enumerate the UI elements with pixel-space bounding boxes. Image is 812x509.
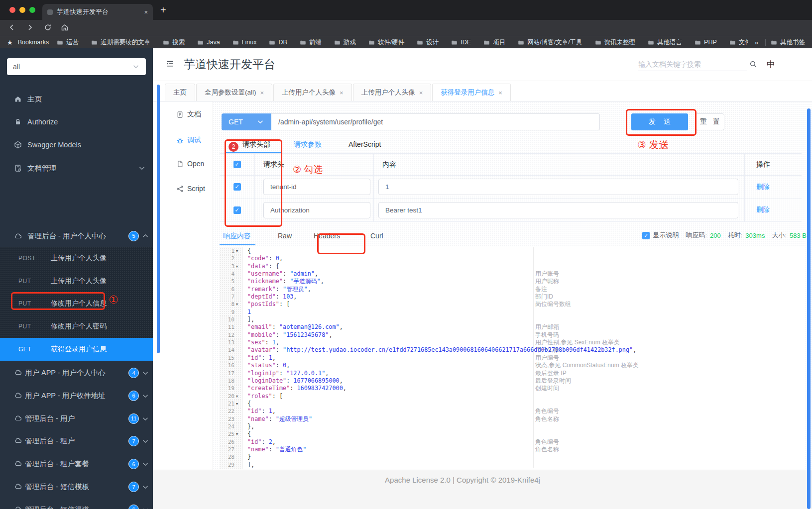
- doc-tab[interactable]: 主页: [165, 84, 195, 101]
- sidebar-scrollbar[interactable]: [157, 85, 160, 353]
- sidebar-item-swagger-models[interactable]: Swagger Models: [0, 135, 153, 155]
- bookmark-folder[interactable]: 其他语言: [648, 38, 682, 47]
- response-json-editor[interactable]: 1▾{2 "code": 0,3▾ "data": {4用户账号 "userna…: [220, 247, 805, 471]
- sidebar-endpoint[interactable]: POST上传用户个人头像: [0, 247, 153, 270]
- delete-link[interactable]: 删除: [756, 183, 770, 192]
- bookmarks-overflow-chevron[interactable]: »: [753, 39, 760, 46]
- sidebar-item-doc-management[interactable]: 文档管理: [0, 158, 153, 178]
- tab-close-icon[interactable]: ×: [141, 8, 148, 16]
- request-tab-afterscript[interactable]: AfterScript: [348, 140, 381, 148]
- browser-toolbar: 127.0.0.1:48080/doc.html#/all/管理后台%20-%2…: [0, 20, 812, 36]
- folder-icon: [518, 39, 524, 46]
- bookmark-folder[interactable]: 项目: [483, 38, 505, 47]
- header-value-field: [378, 202, 738, 218]
- folder-icon: [771, 39, 777, 46]
- bookmark-folder[interactable]: 前端: [300, 38, 322, 47]
- forward-icon[interactable]: [26, 23, 34, 31]
- sidebar-group[interactable]: 用户 APP - 用户收件地址6: [0, 386, 153, 406]
- close-icon[interactable]: ×: [498, 89, 502, 97]
- fold-arrow-icon[interactable]: ▾: [236, 430, 238, 438]
- doc-tab[interactable]: 获得登录用户信息×: [432, 84, 511, 101]
- language-toggle[interactable]: 中: [767, 59, 775, 70]
- cloud-icon: [14, 391, 22, 399]
- sidebar-endpoint[interactable]: PUT修改用户个人密码: [0, 315, 153, 338]
- line-number: 17: [220, 370, 234, 377]
- bookmark-folder[interactable]: 软件/硬件: [368, 38, 404, 47]
- lock-icon: [14, 118, 22, 126]
- reset-button[interactable]: 重 置: [696, 113, 724, 130]
- window-close-button[interactable]: [9, 7, 15, 13]
- field-description: 部门ID: [535, 293, 553, 301]
- line-number: 16: [220, 362, 234, 369]
- sidebar-group-active[interactable]: 管理后台 - 用户个人中心 5: [0, 226, 153, 246]
- debug-nav-label: Script: [187, 185, 205, 193]
- doc-tab[interactable]: 上传用户个人头像×: [353, 84, 432, 101]
- doc-tab[interactable]: 上传用户个人头像×: [273, 84, 352, 101]
- bookmark-folder[interactable]: 网站/博客/文章/工具: [518, 38, 582, 47]
- bookmark-folder[interactable]: 设计: [417, 38, 439, 47]
- bookmark-folder[interactable]: 搜索: [163, 38, 185, 47]
- close-icon[interactable]: ×: [260, 89, 264, 97]
- sidebar-endpoint[interactable]: PUT上传用户个人头像: [0, 270, 153, 293]
- collapse-sidebar-icon[interactable]: [166, 60, 174, 68]
- response-tab-raw[interactable]: Raw: [278, 232, 292, 240]
- bookmark-folder[interactable]: 文件服务器: [729, 38, 748, 47]
- bookmark-folder[interactable]: DB: [269, 39, 287, 46]
- code-text: "remark": "管理员",: [247, 286, 311, 293]
- bookmark-folder[interactable]: 游戏: [334, 38, 356, 47]
- fold-arrow-icon[interactable]: ▾: [236, 247, 238, 255]
- bookmark-folder[interactable]: Java: [197, 39, 220, 46]
- bookmark-folder[interactable]: 资讯未整理: [595, 38, 636, 47]
- debug-nav-调试[interactable]: 调试: [153, 136, 213, 145]
- sidebar-item-authorize[interactable]: Authorize: [0, 112, 153, 132]
- sidebar-group[interactable]: 管理后台 - 短信渠道6: [0, 500, 153, 509]
- sidebar-group[interactable]: 管理后台 - 租户7: [0, 431, 153, 451]
- window-maximize-button[interactable]: [29, 7, 35, 13]
- close-icon[interactable]: ×: [419, 89, 423, 97]
- fold-arrow-icon[interactable]: ▾: [236, 400, 238, 407]
- request-tab-params[interactable]: 请求参数: [294, 140, 322, 149]
- delete-link[interactable]: 删除: [756, 205, 770, 214]
- code-text: "createTime": 1609837427000,: [247, 385, 347, 392]
- debug-nav-文档[interactable]: 文档: [153, 110, 213, 119]
- reload-icon[interactable]: [44, 23, 52, 31]
- doc-search[interactable]: [638, 57, 747, 71]
- doc-search-input[interactable]: [638, 57, 747, 71]
- new-tab-button[interactable]: +: [160, 4, 166, 15]
- search-icon[interactable]: [749, 60, 757, 68]
- back-icon[interactable]: [8, 23, 16, 31]
- header-value-input[interactable]: [379, 203, 738, 218]
- sidebar-group[interactable]: 管理后台 - 租户套餐6: [0, 454, 153, 474]
- api-group-select[interactable]: all: [7, 58, 146, 75]
- response-tab-curl[interactable]: Curl: [370, 232, 383, 240]
- window-minimize-button[interactable]: [19, 7, 25, 13]
- sidebar-group[interactable]: 用户 APP - 用户个人中心4: [0, 363, 153, 383]
- debug-nav-open[interactable]: Open: [153, 160, 213, 168]
- bookmark-folder[interactable]: Linux: [232, 39, 257, 46]
- debug-nav-script[interactable]: Script: [153, 185, 213, 193]
- bookmark-folder[interactable]: IDE: [451, 39, 471, 46]
- page-scrollbar[interactable]: [807, 108, 811, 509]
- http-method-select[interactable]: GET: [222, 113, 271, 130]
- fold-arrow-icon[interactable]: ▾: [236, 393, 238, 400]
- sidebar-group-label: 管理后台 - 短信渠道: [25, 505, 89, 509]
- sidebar-item-home[interactable]: 主页: [0, 89, 153, 109]
- bookmark-folder[interactable]: PHP: [695, 39, 717, 46]
- fold-arrow-icon[interactable]: ▾: [236, 301, 238, 308]
- bookmark-folder[interactable]: 近期需要读的文章: [91, 38, 150, 47]
- close-icon[interactable]: ×: [340, 89, 344, 97]
- annotation-step3: ③ 发送: [637, 138, 669, 152]
- response-tab-content[interactable]: 响应内容: [223, 232, 251, 241]
- request-url-input[interactable]: [271, 114, 599, 130]
- sidebar-endpoint[interactable]: GET获得登录用户信息: [0, 338, 153, 361]
- home-icon[interactable]: [61, 23, 69, 31]
- browser-tab[interactable]: 芋道快速开发平台 ×: [42, 4, 153, 20]
- fold-arrow-icon[interactable]: ▾: [236, 263, 238, 270]
- doc-tab[interactable]: 全局参数设置(all)×: [196, 84, 272, 101]
- other-bookmarks[interactable]: 其他书签: [771, 38, 805, 47]
- sidebar-group[interactable]: 管理后台 - 用户11: [0, 409, 153, 429]
- bookmark-folder[interactable]: 运营: [57, 38, 79, 47]
- sidebar-group[interactable]: 管理后台 - 短信模板7: [0, 477, 153, 497]
- show-description-checkbox[interactable]: ✓: [642, 232, 650, 239]
- header-value-input[interactable]: [379, 179, 738, 195]
